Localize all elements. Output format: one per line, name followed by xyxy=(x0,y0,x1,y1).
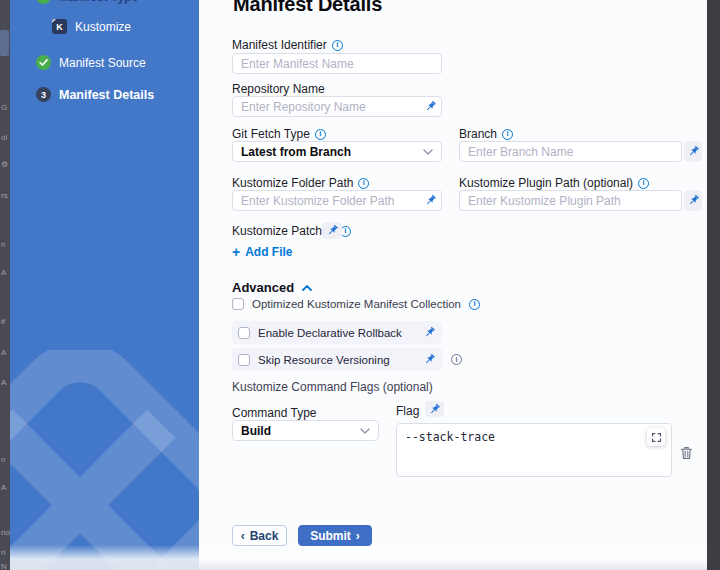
harness-logo-watermark xyxy=(10,350,199,570)
repository-name-label: Repository Name xyxy=(232,82,325,96)
sidebar-step-manifest-source[interactable]: Manifest Source xyxy=(36,55,146,70)
wizard-sidebar: Manifest Type K Kustomize Manifest Sourc… xyxy=(10,0,199,570)
clipped-text-fragment: ri xyxy=(1,548,5,557)
declarative-rollback-row: Enable Declarative Rollback xyxy=(232,321,442,344)
manifest-identifier-field xyxy=(232,53,442,74)
step-label: Kustomize xyxy=(75,20,131,34)
pin-icon xyxy=(687,145,700,158)
check-circle-icon xyxy=(36,55,51,70)
branch-field xyxy=(459,141,682,162)
page-title: Manifest Details xyxy=(233,0,382,16)
manifest-identifier-label: Manifest Identifier i xyxy=(232,38,343,52)
flag-label: Flag xyxy=(396,404,419,418)
manifest-details-panel: Manifest Details Manifest Identifier i R… xyxy=(199,0,707,570)
pin-icon xyxy=(687,194,700,207)
back-button[interactable]: ‹ Back xyxy=(232,525,287,546)
pin-icon xyxy=(326,224,339,237)
clipped-text-fragment: G xyxy=(1,103,7,112)
advanced-section-toggle[interactable]: Advanced xyxy=(232,280,312,295)
clipped-text-fragment: ⚙ xyxy=(1,160,8,169)
kustomize-folder-path-input[interactable] xyxy=(241,194,419,208)
pin-icon[interactable] xyxy=(423,326,436,339)
info-icon[interactable]: i xyxy=(332,40,343,51)
clipped-text-fragment: no xyxy=(1,528,10,537)
info-icon[interactable]: i xyxy=(358,178,369,189)
clipped-text-fragment: ol xyxy=(1,133,7,142)
chevron-right-icon: › xyxy=(356,530,360,542)
trash-icon xyxy=(680,446,693,460)
chevron-down-icon xyxy=(360,428,370,434)
clipped-text-fragment: A xyxy=(1,348,6,357)
kustomize-folder-path-label: Kustomize Folder Path i xyxy=(232,176,369,190)
command-type-value: Build xyxy=(241,424,271,438)
expand-icon xyxy=(651,432,662,443)
clipped-text-fragment: rs xyxy=(1,191,8,200)
branch-input[interactable] xyxy=(468,145,673,159)
submit-button[interactable]: Submit › xyxy=(298,525,372,546)
pin-icon[interactable] xyxy=(424,100,437,113)
kustomize-plugin-path-pin-button[interactable] xyxy=(684,190,702,211)
pin-icon[interactable] xyxy=(423,353,436,366)
check-circle-icon xyxy=(36,0,51,4)
add-file-link[interactable]: + Add File xyxy=(232,245,293,259)
branch-label: Branch i xyxy=(459,127,513,141)
kustomize-patches-pin-button[interactable] xyxy=(322,222,342,239)
command-type-select[interactable]: Build xyxy=(232,420,379,441)
branch-pin-button[interactable] xyxy=(684,141,702,162)
kustomize-plugin-path-label: Kustomize Plugin Path (optional) i xyxy=(459,176,649,190)
git-fetch-type-label: Git Fetch Type i xyxy=(232,127,326,141)
info-icon[interactable]: i xyxy=(451,354,462,365)
pin-icon[interactable] xyxy=(424,194,437,207)
chevron-left-icon: ‹ xyxy=(241,530,245,542)
chevron-down-icon xyxy=(423,149,433,155)
step-label: Manifest Source xyxy=(59,56,146,70)
manifest-identifier-input[interactable] xyxy=(241,57,433,71)
repository-name-input[interactable] xyxy=(241,100,419,114)
underlying-page-left-edge: Gol⚙rsnAifAAnAnoriN xyxy=(0,0,10,570)
manifest-details-page: Gol⚙rsnAifAAnAnoriN Manifest Type K Kust… xyxy=(0,0,720,570)
step-number-badge: 3 xyxy=(36,87,51,102)
info-icon[interactable]: i xyxy=(315,129,326,140)
step-label: Manifest Type xyxy=(59,0,138,4)
clipped-text-fragment: n xyxy=(1,455,5,464)
clipped-text-fragment: A xyxy=(1,268,6,277)
info-icon[interactable]: i xyxy=(469,299,480,310)
clipped-text-fragment: N xyxy=(1,562,7,570)
flag-value: --stack-trace xyxy=(405,430,495,444)
flag-pin-button[interactable] xyxy=(425,401,444,417)
command-flags-label: Kustomize Command Flags (optional) xyxy=(232,380,433,394)
clipped-text-fragment: A xyxy=(1,378,6,387)
clipped-text-fragment: n xyxy=(1,240,5,249)
pin-icon xyxy=(428,403,441,416)
optimized-collection-checkbox[interactable] xyxy=(232,298,244,310)
repository-name-field xyxy=(232,96,442,117)
kustomize-plugin-path-input[interactable] xyxy=(468,194,673,208)
clipped-text-fragment: if xyxy=(1,317,5,326)
git-fetch-type-select[interactable]: Latest from Branch xyxy=(232,141,442,162)
git-fetch-type-value: Latest from Branch xyxy=(241,145,351,159)
declarative-rollback-checkbox[interactable] xyxy=(238,327,250,339)
skip-versioning-row: Skip Resource Versioning xyxy=(232,348,442,371)
kustomize-icon: K xyxy=(52,19,67,34)
clipped-text-fragment: A xyxy=(1,483,6,492)
plus-icon: + xyxy=(232,245,240,259)
skip-versioning-checkbox[interactable] xyxy=(238,354,250,366)
kustomize-plugin-path-field xyxy=(459,190,682,211)
chevron-up-icon xyxy=(302,285,312,291)
delete-flag-button[interactable] xyxy=(680,446,694,461)
sidebar-step-manifest-details[interactable]: 3 Manifest Details xyxy=(36,87,154,102)
command-type-label: Command Type xyxy=(232,406,317,420)
optimized-collection-row: Optimized Kustomize Manifest Collection … xyxy=(232,298,480,310)
info-icon[interactable]: i xyxy=(638,178,649,189)
info-icon[interactable]: i xyxy=(502,129,513,140)
sidebar-step-kustomize[interactable]: K Kustomize xyxy=(52,19,131,34)
sidebar-step-manifest-type[interactable]: Manifest Type xyxy=(36,0,138,4)
step-label: Manifest Details xyxy=(59,88,154,102)
clipped-logo-fragment xyxy=(0,30,9,56)
underlying-page-right-edge xyxy=(707,0,720,570)
kustomize-folder-path-field xyxy=(232,190,442,211)
flag-textarea[interactable]: --stack-trace xyxy=(396,423,672,477)
expand-button[interactable] xyxy=(647,428,665,446)
